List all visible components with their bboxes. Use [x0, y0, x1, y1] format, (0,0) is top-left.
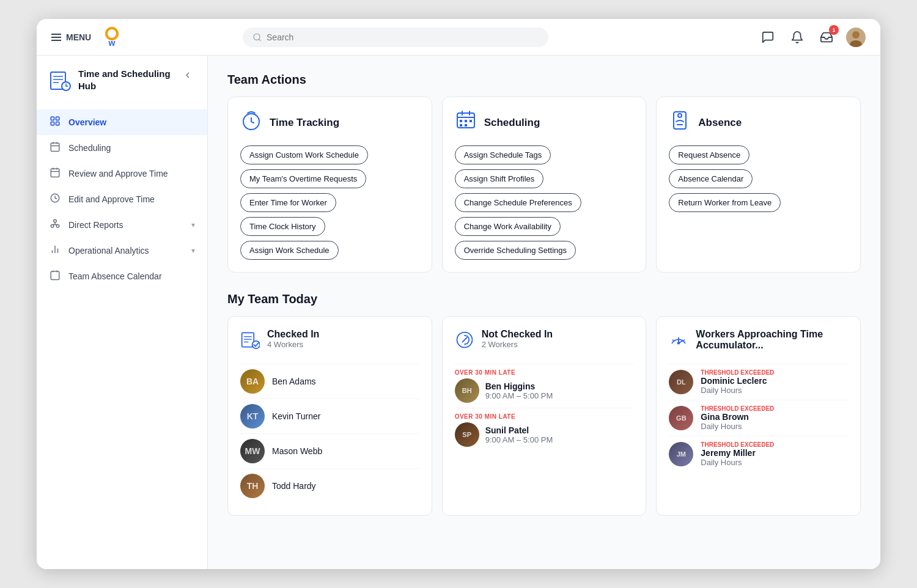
search-icon: [252, 32, 262, 42]
menu-button[interactable]: MENU: [51, 32, 91, 42]
late-worker-schedule: 9:00 AM – 5:00 PM: [485, 391, 553, 400]
svg-line-61: [673, 340, 674, 341]
threshold-worker-entry: GB THRESHOLD EXCEEDED Gina Brown Daily H…: [669, 400, 848, 436]
threshold-worker-detail: Daily Hours: [701, 386, 848, 395]
bell-button[interactable]: [787, 28, 807, 47]
scheduling-card: Scheduling Assign Schedule Tags Assign S…: [442, 97, 647, 273]
svg-line-62: [683, 340, 685, 341]
sidebar-item-direct-reports[interactable]: Direct Reports ▾: [37, 212, 207, 238]
late-worker-name: Ben Higgins: [485, 381, 553, 391]
sidebar-item-operational-analytics[interactable]: Operational Analytics ▾: [37, 238, 207, 263]
sidebar-item-label-edit: Edit and Approve Time: [68, 194, 195, 204]
review-icon: [49, 167, 61, 180]
svg-rect-14: [51, 117, 54, 120]
time-clock-history-button[interactable]: Time Clock History: [240, 217, 325, 236]
sidebar-item-overview[interactable]: Overview: [37, 109, 207, 135]
svg-point-60: [677, 342, 680, 344]
search-input[interactable]: [267, 32, 539, 42]
svg-rect-36: [51, 271, 59, 280]
hamburger-icon: [51, 34, 61, 41]
worker-name: Ben Adams: [272, 377, 316, 386]
svg-rect-48: [465, 124, 467, 127]
chevron-down-icon-2: ▾: [191, 246, 195, 255]
scheduling-buttons: Assign Schedule Tags Assign Shift Profil…: [455, 145, 634, 260]
search-bar[interactable]: [243, 28, 548, 47]
absence-calendar-icon: [49, 270, 61, 283]
assign-custom-work-schedule-button[interactable]: Assign Custom Work Schedule: [240, 145, 368, 164]
avatar: TH: [240, 474, 265, 498]
late-badge-2: OVER 30 MIN LATE: [455, 413, 634, 420]
not-checked-in-card: Not Checked In 2 Workers OVER 30 MIN LAT…: [442, 316, 647, 516]
sidebar-item-label-scheduling: Scheduling: [68, 143, 195, 153]
scheduling-icon: [49, 141, 61, 155]
enter-time-for-worker-button[interactable]: Enter Time for Worker: [240, 193, 336, 212]
svg-rect-17: [56, 122, 59, 125]
team-today-cards: Checked In 4 Workers BA Ben Adams KT: [227, 316, 861, 516]
change-schedule-preferences-button[interactable]: Change Schedule Preferences: [455, 193, 581, 212]
svg-point-27: [54, 219, 57, 222]
direct-reports-icon: [49, 218, 61, 232]
late-worker-entry: OVER 30 MIN LATE SP Sunil Patel 9:00 AM …: [455, 408, 634, 452]
sidebar-module-icon: [49, 69, 71, 95]
override-scheduling-settings-button[interactable]: Override Scheduling Settings: [455, 241, 576, 260]
svg-point-50: [678, 114, 682, 117]
time-accumulator-card: Workers Approaching Time Accumulator... …: [656, 316, 861, 516]
svg-rect-18: [51, 143, 59, 152]
time-tracking-icon: [240, 109, 262, 136]
analytics-icon: [49, 244, 61, 257]
top-navigation: MENU w: [37, 19, 880, 56]
sidebar-item-review-approve[interactable]: Review and Approve Time: [37, 161, 207, 186]
overview-icon: [49, 116, 61, 129]
worker-name: Kevin Turner: [272, 411, 320, 421]
user-avatar-nav[interactable]: [846, 28, 866, 47]
chat-button[interactable]: [758, 28, 778, 47]
svg-rect-46: [470, 120, 472, 122]
time-tracking-buttons: Assign Custom Work Schedule My Team's Ov…: [240, 145, 419, 260]
scheduling-card-icon: [455, 109, 477, 136]
svg-rect-15: [56, 117, 59, 120]
inbox-badge: 1: [829, 25, 839, 35]
avatar: BA: [240, 369, 265, 394]
worker-row: KT Kevin Turner: [240, 399, 419, 433]
worker-name: Todd Hardy: [272, 481, 316, 491]
chevron-down-icon: ▾: [191, 221, 195, 229]
threshold-worker-detail-2: Daily Hours: [701, 422, 848, 431]
svg-rect-45: [465, 120, 467, 122]
svg-point-5: [852, 31, 860, 39]
assign-shift-profiles-button[interactable]: Assign Shift Profiles: [455, 169, 544, 188]
team-actions-cards: Time Tracking Assign Custom Work Schedul…: [227, 97, 861, 273]
checked-in-subtitle: 4 Workers: [267, 340, 319, 349]
my-teams-overtime-button[interactable]: My Team's Overtime Requests: [240, 169, 366, 188]
accumulator-title: Workers Approaching Time Accumulator...: [696, 329, 848, 351]
threshold-worker-name: Dominic Leclerc: [701, 376, 848, 386]
assign-schedule-tags-button[interactable]: Assign Schedule Tags: [455, 145, 551, 164]
sidebar-item-label-direct-reports: Direct Reports: [68, 220, 184, 230]
inbox-button[interactable]: 1: [817, 28, 836, 47]
request-absence-button[interactable]: Request Absence: [669, 145, 749, 164]
sidebar-item-edit-approve[interactable]: Edit and Approve Time: [37, 186, 207, 212]
avatar: KT: [240, 404, 265, 428]
sidebar-item-team-absence[interactable]: Team Absence Calendar: [37, 263, 207, 289]
workday-logo[interactable]: w: [101, 26, 123, 48]
checked-in-card: Checked In 4 Workers BA Ben Adams KT: [227, 316, 432, 516]
my-team-today-title: My Team Today: [227, 292, 861, 306]
absence-card-title: Absence: [698, 117, 742, 129]
not-checked-in-icon: [455, 330, 474, 354]
return-worker-from-leave-button[interactable]: Return Worker from Leave: [669, 193, 781, 212]
late-worker-schedule-2: 9:00 AM – 5:00 PM: [485, 435, 553, 444]
sidebar: Time and Scheduling Hub Overview: [37, 56, 208, 569]
sidebar-item-scheduling[interactable]: Scheduling: [37, 135, 207, 161]
avatar: GB: [669, 406, 693, 430]
avatar: MW: [240, 439, 265, 463]
worker-row: BA Ben Adams: [240, 364, 419, 399]
absence-calendar-button[interactable]: Absence Calendar: [669, 169, 753, 188]
assign-work-schedule-button[interactable]: Assign Work Schedule: [240, 241, 339, 260]
change-work-availability-button[interactable]: Change Work Availability: [455, 217, 561, 236]
sidebar-collapse-button[interactable]: [180, 68, 195, 85]
threshold-worker-detail-3: Daily Hours: [701, 458, 848, 467]
team-actions-title: Team Actions: [227, 73, 861, 87]
not-checked-in-title: Not Checked In: [482, 329, 553, 340]
svg-text:w: w: [108, 38, 116, 48]
sidebar-item-label-review: Review and Approve Time: [68, 169, 195, 178]
absence-buttons: Request Absence Absence Calendar Return …: [669, 145, 848, 212]
